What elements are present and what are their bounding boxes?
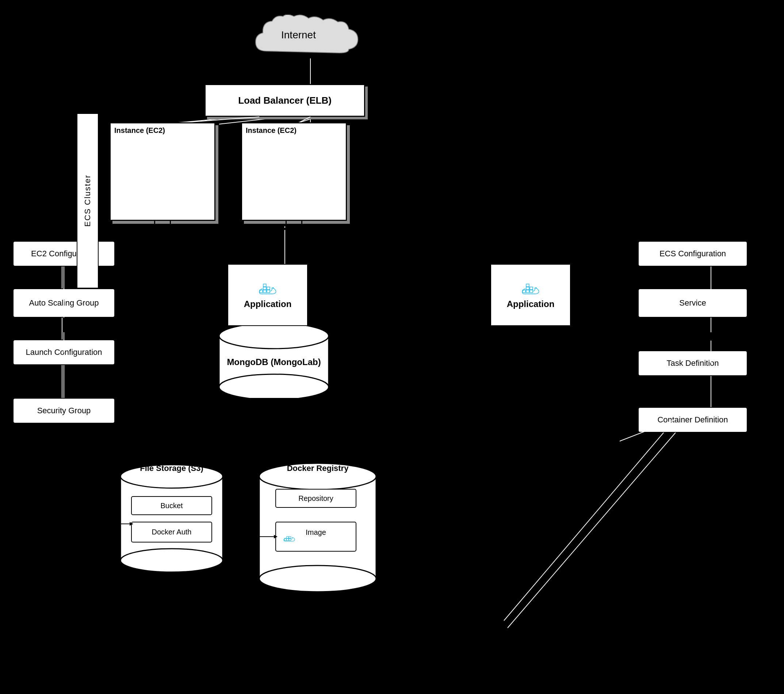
instance1-base (148, 228, 177, 230)
instance2-legs (285, 220, 302, 228)
docker-icon-1 (258, 281, 278, 297)
svg-rect-27 (526, 284, 529, 286)
app2-label: Application (507, 299, 555, 309)
instance1-title: Instance (EC2) (110, 123, 214, 138)
s3-svg: File Storage (S3) Bucket Docker Auth (117, 460, 226, 577)
svg-rect-26 (526, 287, 529, 289)
svg-point-28 (535, 287, 537, 289)
app1-box: Application (227, 264, 308, 326)
instance2-base (279, 228, 308, 230)
svg-rect-17 (267, 290, 270, 293)
instance1-box: Instance (EC2) Application (110, 122, 216, 221)
right-connections (620, 0, 784, 694)
app2-box: Application (491, 264, 571, 326)
svg-rect-33 (120, 477, 223, 561)
svg-text:Bucket: Bucket (160, 502, 183, 510)
svg-text:Image: Image (306, 528, 326, 536)
svg-rect-19 (263, 287, 266, 289)
mongodb-container: MongoDB (MongoLab) (212, 317, 336, 400)
instance2-box: Instance (EC2) Application (241, 122, 347, 221)
ecs-cluster-bar: ECS Cluster (77, 113, 99, 288)
instance2-title: Instance (EC2) (242, 123, 346, 138)
app1-label: Application (244, 299, 292, 309)
svg-text:Docker Auth: Docker Auth (152, 528, 192, 536)
ecs-cluster-label: ECS Cluster (83, 174, 92, 227)
svg-text:Docker Registry: Docker Registry (287, 464, 349, 473)
registry-container: Docker Registry Repository Image (255, 460, 380, 597)
docker-icon-2 (521, 281, 541, 297)
svg-rect-20 (263, 284, 266, 286)
svg-rect-16 (263, 290, 266, 293)
svg-rect-24 (529, 290, 532, 293)
instance1-legs (154, 220, 171, 228)
svg-point-21 (272, 287, 274, 289)
svg-rect-25 (529, 287, 532, 289)
svg-text:File Storage (S3): File Storage (S3) (140, 464, 203, 473)
svg-point-45 (259, 566, 376, 592)
svg-rect-18 (267, 287, 270, 289)
svg-text:Repository: Repository (298, 494, 333, 502)
registry-svg: Docker Registry Repository Image (255, 460, 380, 595)
svg-rect-23 (526, 290, 529, 293)
svg-line-65 (620, 420, 674, 522)
svg-point-35 (120, 549, 223, 572)
svg-text:MongoDB (MongoLab): MongoDB (MongoLab) (227, 357, 321, 367)
architecture-diagram: Internet Load Balancer (ELB) ECS Cluster… (0, 0, 784, 694)
s3-container: File Storage (S3) Bucket Docker Auth (117, 460, 226, 578)
svg-point-30 (219, 323, 329, 349)
mongodb-svg: MongoDB (MongoLab) (212, 317, 336, 398)
svg-point-31 (219, 374, 329, 398)
